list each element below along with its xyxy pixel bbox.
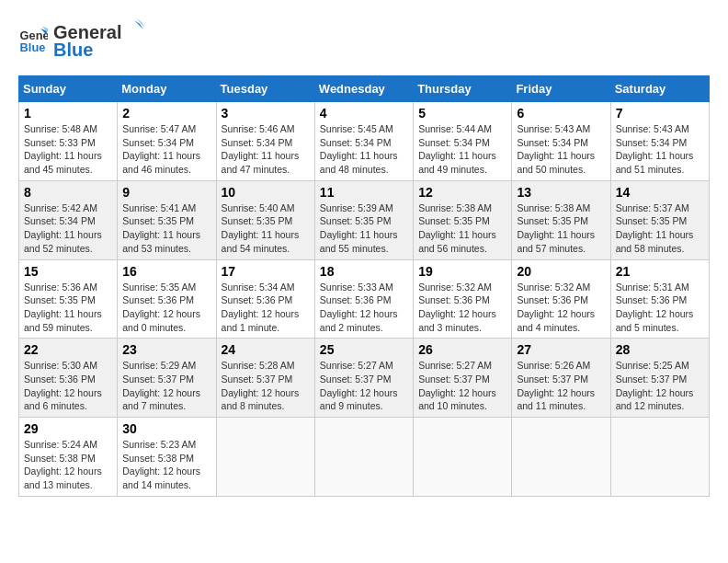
day-number: 2 (122, 106, 210, 121)
day-number: 14 (616, 185, 704, 200)
day-number: 8 (24, 185, 112, 200)
general-blue-logo-icon: General Blue (18, 25, 48, 54)
calendar-cell: 4Sunrise: 5:45 AM Sunset: 5:34 PM Daylig… (314, 102, 413, 181)
day-number: 11 (320, 185, 408, 200)
day-info: Sunrise: 5:26 AM Sunset: 5:37 PM Dayligh… (517, 359, 605, 413)
calendar-cell: 3Sunrise: 5:46 AM Sunset: 5:34 PM Daylig… (216, 102, 314, 181)
day-info: Sunrise: 5:39 AM Sunset: 5:35 PM Dayligh… (320, 201, 408, 256)
day-number: 19 (418, 264, 506, 279)
day-info: Sunrise: 5:46 AM Sunset: 5:34 PM Dayligh… (222, 122, 310, 177)
calendar-header-wednesday: Wednesday (314, 76, 413, 102)
calendar-cell: 26Sunrise: 5:27 AM Sunset: 5:37 PM Dayli… (414, 339, 512, 418)
day-number: 5 (418, 106, 506, 121)
calendar-cell: 1Sunrise: 5:48 AM Sunset: 5:33 PM Daylig… (19, 102, 118, 181)
day-info: Sunrise: 5:32 AM Sunset: 5:36 PM Dayligh… (418, 281, 506, 335)
calendar-cell: 22Sunrise: 5:30 AM Sunset: 5:36 PM Dayli… (19, 339, 118, 418)
day-number: 3 (222, 106, 310, 121)
day-number: 29 (24, 421, 112, 436)
day-info: Sunrise: 5:30 AM Sunset: 5:36 PM Dayligh… (24, 359, 112, 413)
calendar-cell: 16Sunrise: 5:35 AM Sunset: 5:36 PM Dayli… (118, 259, 216, 339)
calendar-week-row: 8Sunrise: 5:42 AM Sunset: 5:34 PM Daylig… (19, 180, 710, 259)
calendar-week-row: 1Sunrise: 5:48 AM Sunset: 5:33 PM Daylig… (19, 102, 710, 181)
calendar-week-row: 15Sunrise: 5:36 AM Sunset: 5:35 PM Dayli… (19, 259, 710, 339)
calendar-cell (414, 418, 512, 497)
calendar-cell: 11Sunrise: 5:39 AM Sunset: 5:35 PM Dayli… (314, 180, 413, 259)
day-number: 30 (122, 421, 210, 436)
calendar-cell: 25Sunrise: 5:27 AM Sunset: 5:37 PM Dayli… (314, 339, 413, 418)
calendar-cell: 24Sunrise: 5:28 AM Sunset: 5:37 PM Dayli… (216, 339, 314, 418)
day-number: 28 (616, 342, 704, 357)
day-info: Sunrise: 5:38 AM Sunset: 5:35 PM Dayligh… (517, 201, 605, 256)
day-number: 13 (517, 185, 605, 200)
day-number: 12 (418, 185, 506, 200)
calendar-cell: 28Sunrise: 5:25 AM Sunset: 5:37 PM Dayli… (610, 339, 709, 418)
day-number: 21 (616, 264, 704, 279)
calendar-cell (610, 418, 709, 497)
day-info: Sunrise: 5:38 AM Sunset: 5:35 PM Dayligh… (418, 201, 506, 256)
day-info: Sunrise: 5:32 AM Sunset: 5:36 PM Dayligh… (517, 281, 605, 335)
calendar-header-tuesday: Tuesday (216, 76, 314, 102)
calendar-cell: 20Sunrise: 5:32 AM Sunset: 5:36 PM Dayli… (512, 259, 610, 339)
day-info: Sunrise: 5:37 AM Sunset: 5:35 PM Dayligh… (616, 201, 704, 256)
day-info: Sunrise: 5:36 AM Sunset: 5:35 PM Dayligh… (24, 281, 112, 335)
calendar-header-monday: Monday (118, 76, 216, 102)
day-number: 10 (222, 185, 310, 200)
calendar-cell (314, 418, 413, 497)
calendar-cell: 2Sunrise: 5:47 AM Sunset: 5:34 PM Daylig… (118, 102, 216, 181)
calendar-cell (216, 418, 314, 497)
day-info: Sunrise: 5:27 AM Sunset: 5:37 PM Dayligh… (418, 359, 506, 413)
day-info: Sunrise: 5:42 AM Sunset: 5:34 PM Dayligh… (24, 201, 112, 256)
day-number: 22 (24, 342, 112, 357)
logo-bird-icon (123, 18, 145, 39)
calendar-cell: 18Sunrise: 5:33 AM Sunset: 5:36 PM Dayli… (314, 259, 413, 339)
calendar-week-row: 22Sunrise: 5:30 AM Sunset: 5:36 PM Dayli… (19, 339, 710, 418)
calendar-table: SundayMondayTuesdayWednesdayThursdayFrid… (18, 75, 710, 497)
day-number: 20 (517, 264, 605, 279)
calendar-cell: 23Sunrise: 5:29 AM Sunset: 5:37 PM Dayli… (118, 339, 216, 418)
day-info: Sunrise: 5:41 AM Sunset: 5:35 PM Dayligh… (122, 201, 210, 256)
calendar-cell: 21Sunrise: 5:31 AM Sunset: 5:36 PM Dayli… (610, 259, 709, 339)
calendar-cell: 8Sunrise: 5:42 AM Sunset: 5:34 PM Daylig… (19, 180, 118, 259)
day-info: Sunrise: 5:29 AM Sunset: 5:37 PM Dayligh… (122, 359, 210, 413)
page-header: General Blue General Blue (18, 18, 710, 61)
day-info: Sunrise: 5:35 AM Sunset: 5:36 PM Dayligh… (122, 281, 210, 335)
day-info: Sunrise: 5:43 AM Sunset: 5:34 PM Dayligh… (517, 122, 605, 177)
day-info: Sunrise: 5:40 AM Sunset: 5:35 PM Dayligh… (222, 201, 310, 256)
calendar-cell: 29Sunrise: 5:24 AM Sunset: 5:38 PM Dayli… (19, 418, 118, 497)
day-info: Sunrise: 5:31 AM Sunset: 5:36 PM Dayligh… (616, 281, 704, 335)
calendar-cell: 5Sunrise: 5:44 AM Sunset: 5:34 PM Daylig… (414, 102, 512, 181)
day-info: Sunrise: 5:24 AM Sunset: 5:38 PM Dayligh… (24, 438, 112, 492)
day-number: 7 (616, 106, 704, 121)
day-number: 4 (320, 106, 408, 121)
calendar-header-sunday: Sunday (19, 76, 118, 102)
day-number: 24 (222, 342, 310, 357)
day-info: Sunrise: 5:33 AM Sunset: 5:36 PM Dayligh… (320, 281, 408, 335)
day-number: 16 (122, 264, 210, 279)
calendar-cell: 7Sunrise: 5:43 AM Sunset: 5:34 PM Daylig… (610, 102, 709, 181)
calendar-cell (512, 418, 610, 497)
calendar-cell: 17Sunrise: 5:34 AM Sunset: 5:36 PM Dayli… (216, 259, 314, 339)
calendar-header-friday: Friday (512, 76, 610, 102)
day-info: Sunrise: 5:44 AM Sunset: 5:34 PM Dayligh… (418, 122, 506, 177)
calendar-header-thursday: Thursday (414, 76, 512, 102)
calendar-cell: 6Sunrise: 5:43 AM Sunset: 5:34 PM Daylig… (512, 102, 610, 181)
logo: General Blue General Blue (18, 18, 145, 61)
calendar-header-row: SundayMondayTuesdayWednesdayThursdayFrid… (19, 76, 710, 102)
calendar-cell: 13Sunrise: 5:38 AM Sunset: 5:35 PM Dayli… (512, 180, 610, 259)
day-number: 26 (418, 342, 506, 357)
day-number: 1 (24, 106, 112, 121)
day-number: 25 (320, 342, 408, 357)
day-info: Sunrise: 5:45 AM Sunset: 5:34 PM Dayligh… (320, 122, 408, 177)
day-number: 23 (122, 342, 210, 357)
day-info: Sunrise: 5:28 AM Sunset: 5:37 PM Dayligh… (222, 359, 310, 413)
day-info: Sunrise: 5:34 AM Sunset: 5:36 PM Dayligh… (222, 281, 310, 335)
day-number: 6 (517, 106, 605, 121)
calendar-cell: 15Sunrise: 5:36 AM Sunset: 5:35 PM Dayli… (19, 259, 118, 339)
calendar-header-saturday: Saturday (610, 76, 709, 102)
day-number: 9 (122, 185, 210, 200)
calendar-cell: 30Sunrise: 5:23 AM Sunset: 5:38 PM Dayli… (118, 418, 216, 497)
day-number: 15 (24, 264, 112, 279)
day-info: Sunrise: 5:23 AM Sunset: 5:38 PM Dayligh… (122, 438, 210, 492)
day-info: Sunrise: 5:43 AM Sunset: 5:34 PM Dayligh… (616, 122, 704, 177)
svg-text:Blue: Blue (20, 40, 46, 54)
